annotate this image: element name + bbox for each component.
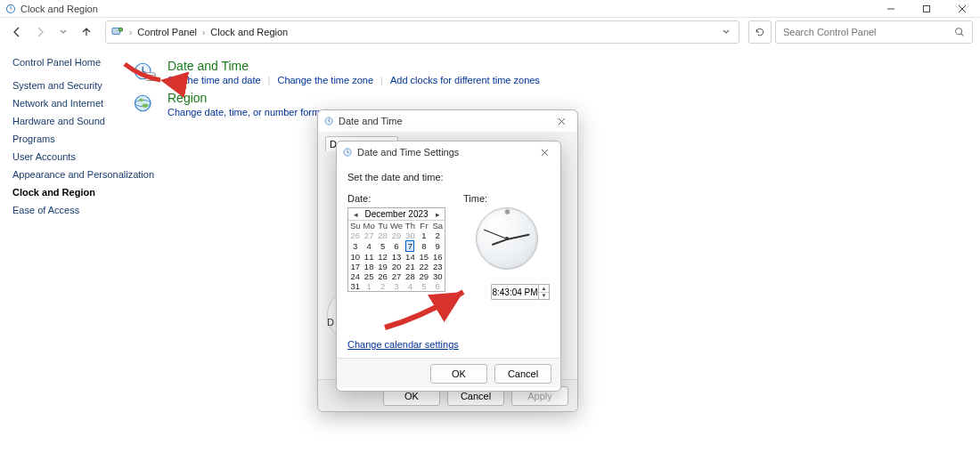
settings-instruction: Set the date and time:: [347, 172, 550, 182]
calendar-day[interactable]: 2: [431, 231, 445, 240]
calendar-day[interactable]: 5: [417, 281, 430, 291]
calendar-day[interactable]: 31: [348, 281, 362, 291]
refresh-button[interactable]: [748, 20, 772, 44]
svg-point-7: [956, 28, 962, 35]
calendar-day[interactable]: 1: [417, 231, 430, 240]
calendar-day[interactable]: 11: [362, 252, 375, 262]
calendar-day[interactable]: 5: [376, 240, 389, 252]
settings-dialog-icon: [342, 147, 353, 158]
calendar-day[interactable]: 4: [362, 240, 375, 252]
up-button[interactable]: [77, 22, 96, 42]
date-time-dialog-close[interactable]: [551, 112, 572, 130]
spinner-down[interactable]: ▼: [539, 293, 549, 300]
time-input[interactable]: 8:43:04 PM: [491, 284, 539, 300]
calendar-day[interactable]: 25: [362, 271, 375, 281]
date-time-dialog-icon: [323, 116, 334, 126]
maximize-button[interactable]: [909, 0, 944, 18]
svg-point-15: [142, 104, 148, 108]
calendar-day[interactable]: 19: [376, 262, 389, 271]
forward-button[interactable]: [30, 22, 50, 42]
svg-line-8: [961, 34, 964, 36]
calendar-dow: Tu: [376, 221, 389, 231]
search-input[interactable]: [783, 27, 954, 37]
calendar-day[interactable]: 2: [376, 281, 389, 291]
date-time-dialog-title: Date and Time: [339, 116, 403, 126]
sidebar-item-network-and-internet[interactable]: Network and Internet: [12, 98, 118, 109]
breadcrumb-control-panel[interactable]: Control Panel: [137, 27, 197, 37]
calendar-day[interactable]: 20: [389, 262, 403, 271]
settings-dialog-close[interactable]: [534, 143, 555, 161]
calendar-day[interactable]: 26: [348, 231, 362, 240]
calendar-day[interactable]: 4: [404, 281, 417, 291]
search-box[interactable]: [775, 20, 973, 44]
nav-toolbar: › Control Panel › Clock and Region: [0, 18, 980, 46]
calendar-day[interactable]: 23: [431, 262, 445, 271]
calendar-next-month[interactable]: ▸: [433, 210, 442, 219]
recent-dropdown[interactable]: [53, 22, 73, 42]
calendar-day[interactable]: 28: [404, 271, 417, 281]
calendar-day[interactable]: 30: [431, 271, 445, 281]
settings-dialog-ok[interactable]: OK: [430, 364, 487, 384]
calendar-prev-month[interactable]: ◂: [351, 210, 360, 219]
calendar-day[interactable]: 14: [404, 252, 417, 262]
date-time-settings-dialog: Date and Time Settings Set the date and …: [336, 141, 561, 392]
date-label: Date:: [347, 193, 445, 204]
calendar-day[interactable]: 3: [348, 240, 362, 252]
minimize-button[interactable]: [873, 0, 909, 18]
time-spinner[interactable]: ▲▼: [539, 284, 550, 300]
calendar[interactable]: ◂ December 2023 ▸ SuMoTuWeThFrSa26272829…: [347, 207, 445, 292]
close-button[interactable]: [944, 0, 980, 18]
breadcrumb-clock-region[interactable]: Clock and Region: [210, 27, 288, 37]
calendar-day[interactable]: 18: [362, 262, 375, 271]
calendar-day[interactable]: 10: [348, 252, 362, 262]
address-bar[interactable]: › Control Panel › Clock and Region: [105, 20, 739, 44]
calendar-day[interactable]: 12: [376, 252, 389, 262]
calendar-dow: Fr: [417, 221, 430, 231]
link-set-time-date[interactable]: Set the time and date: [167, 75, 261, 85]
date-time-icon: [132, 59, 157, 84]
address-dropdown[interactable]: [719, 28, 733, 36]
calendar-day[interactable]: 26: [376, 271, 389, 281]
calendar-day[interactable]: 24: [348, 271, 362, 281]
sidebar-item-hardware-and-sound[interactable]: Hardware and Sound: [12, 116, 118, 126]
sidebar-item-user-accounts[interactable]: User Accounts: [12, 151, 118, 162]
calendar-day[interactable]: 27: [362, 231, 375, 240]
link-change-formats[interactable]: Change date, time, or number formats: [167, 107, 333, 117]
calendar-day[interactable]: 7: [404, 240, 417, 252]
sidebar-item-system-and-security[interactable]: System and Security: [12, 80, 118, 91]
calendar-day[interactable]: 29: [389, 231, 403, 240]
calendar-day[interactable]: 16: [431, 252, 445, 262]
back-button[interactable]: [7, 22, 27, 42]
calendar-dow: Mo: [362, 221, 375, 231]
calendar-day[interactable]: 1: [362, 281, 375, 291]
settings-dialog-cancel[interactable]: Cancel: [494, 364, 551, 384]
calendar-day[interactable]: 9: [431, 240, 445, 252]
svg-point-6: [118, 28, 122, 31]
change-calendar-settings-link[interactable]: Change calendar settings: [347, 339, 459, 350]
calendar-day[interactable]: 29: [417, 271, 430, 281]
sidebar-item-appearance-and-personalization[interactable]: Appearance and Personalization: [12, 169, 118, 180]
calendar-month: December 2023: [364, 209, 428, 219]
calendar-day[interactable]: 27: [389, 271, 403, 281]
calendar-day[interactable]: 22: [417, 262, 430, 271]
spinner-up[interactable]: ▲: [539, 285, 549, 293]
sidebar-item-programs[interactable]: Programs: [12, 133, 118, 144]
calendar-day[interactable]: 6: [389, 240, 403, 252]
link-add-clocks[interactable]: Add clocks for different time zones: [390, 75, 540, 85]
link-change-time-zone[interactable]: Change the time zone: [277, 75, 373, 85]
calendar-day[interactable]: 15: [417, 252, 430, 262]
breadcrumb-sep: ›: [202, 28, 205, 37]
category-date-time[interactable]: Date and Time: [167, 59, 540, 73]
calendar-day[interactable]: 13: [389, 252, 403, 262]
calendar-day[interactable]: 21: [404, 262, 417, 271]
calendar-day[interactable]: 6: [431, 281, 445, 291]
calendar-day[interactable]: 28: [376, 231, 389, 240]
calendar-day[interactable]: 17: [348, 262, 362, 271]
calendar-day[interactable]: 3: [389, 281, 403, 291]
sidebar-item-clock-and-region[interactable]: Clock and Region: [12, 187, 118, 198]
control-panel-home-link[interactable]: Control Panel Home: [12, 57, 118, 68]
sidebar-item-ease-of-access[interactable]: Ease of Access: [12, 205, 118, 215]
category-region[interactable]: Region: [167, 91, 333, 105]
calendar-day[interactable]: 8: [417, 240, 430, 252]
calendar-day[interactable]: 30: [404, 231, 417, 240]
